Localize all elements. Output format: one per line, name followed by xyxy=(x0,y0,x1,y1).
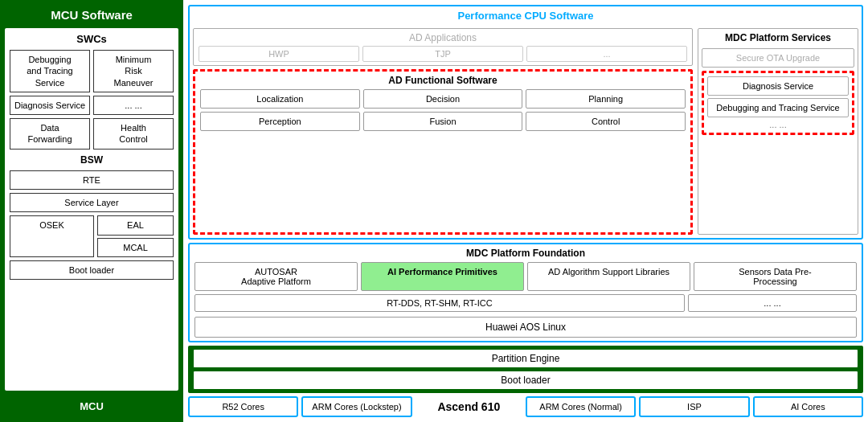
tjp-item: TJP xyxy=(362,46,523,62)
mcu-bottom-label: MCU xyxy=(5,395,178,417)
mdc-dots: ... ... xyxy=(707,120,849,129)
mdc-foundation-row1: AUTOSARAdaptive Platform AI Performance … xyxy=(194,262,857,291)
rt-dds-bar: RT-DDS, RT-SHM, RT-ICC xyxy=(194,294,685,312)
mdc-dashed-services: Diagnosis Service Debugging and Tracing … xyxy=(702,71,854,135)
localization-item: Localization xyxy=(200,89,360,109)
rte-box: RTE xyxy=(10,170,174,190)
r52-cores-box: R52 Cores xyxy=(188,396,298,417)
ai-perf-item: AI Performance Primitives xyxy=(361,262,524,291)
arm-normal-box: ARM Cores (Normal) xyxy=(526,396,636,417)
ad-algo-item: AD Algorithm Support Libraries xyxy=(527,262,690,291)
perception-item: Perception xyxy=(200,112,360,131)
autosar-item: AUTOSARAdaptive Platform xyxy=(194,262,358,291)
swcs-row1: Debuggingand TracingService MinimumRiskM… xyxy=(10,50,174,92)
perf-cpu-outer-box: Performance CPU Software AD Applications… xyxy=(188,5,863,240)
hwp-item: HWP xyxy=(199,46,359,62)
boot-loader-mcu-box: Boot loader xyxy=(10,260,174,280)
ad-apps-title: AD Applications xyxy=(199,32,687,43)
data-forwarding-box: DataForwarding xyxy=(10,118,90,150)
health-control-box: HealthControl xyxy=(93,118,174,150)
ad-applications-box: AD Applications HWP TJP ... xyxy=(193,28,693,66)
mcu-column: MCU Software SWCs Debuggingand TracingSe… xyxy=(0,0,183,422)
minimum-risk-box: MinimumRiskManeuver xyxy=(93,50,174,92)
control-item: Control xyxy=(526,112,686,131)
eal-box: EAL xyxy=(97,215,174,235)
swcs-label: SWCs xyxy=(10,31,174,47)
ad-section: AD Applications HWP TJP ... AD Functiona… xyxy=(193,28,693,235)
debugging-tracing-box: Debuggingand TracingService xyxy=(10,50,90,92)
debug-tracing-service-box: Debugging and Tracing Service xyxy=(707,98,849,117)
diagnosis-service-mcu-box: Diagnosis Service xyxy=(10,96,90,115)
partition-boot-section: Partition Engine Boot loader xyxy=(188,346,863,393)
arm-lockstep-box: ARM Cores (Lockstep) xyxy=(301,396,411,417)
boot-loader-bar: Boot loader xyxy=(193,371,858,390)
swcs-row3: DataForwarding HealthControl xyxy=(10,118,174,150)
mcu-software-title: MCU Software xyxy=(5,5,178,25)
ad-func-row2: Perception Fusion Control xyxy=(200,112,686,131)
ai-cores-box: AI Cores xyxy=(753,396,863,417)
service-layer-box: Service Layer xyxy=(10,193,174,212)
bsw-bottom-row: OSEK EAL MCAL xyxy=(10,215,174,257)
mdc-platform-services-box: MDC Platform Services Secure OTA Upgrade… xyxy=(698,28,858,235)
mdc-platform-services-title: MDC Platform Services xyxy=(702,32,854,43)
secure-ota-box: Secure OTA Upgrade xyxy=(702,48,854,68)
ad-apps-row: HWP TJP ... xyxy=(199,46,687,62)
mcal-box: MCAL xyxy=(97,238,174,257)
isp-box: ISP xyxy=(639,396,749,417)
decision-item: Decision xyxy=(363,89,523,109)
dots-item: ... xyxy=(526,46,687,62)
mdc-foundation-section: MDC Platform Foundation AUTOSARAdaptive … xyxy=(188,243,863,342)
ascend-box: Ascend 610 xyxy=(416,396,522,417)
diagnosis-service-box: Diagnosis Service xyxy=(707,76,849,96)
mdc-foundation-title: MDC Platform Foundation xyxy=(194,248,857,259)
dots-mcu-box: ... ... xyxy=(93,96,174,115)
partition-engine-bar: Partition Engine xyxy=(193,349,858,368)
mdc-found-dots: ... ... xyxy=(688,294,857,312)
main-area: Performance CPU Software AD Applications… xyxy=(183,0,868,422)
sensors-item: Sensors Data Pre-Processing xyxy=(694,262,857,291)
mdc-foundation-row2: RT-DDS, RT-SHM, RT-ICC ... ... xyxy=(194,294,857,314)
osek-box: OSEK xyxy=(10,215,94,257)
mcu-content-area: SWCs Debuggingand TracingService Minimum… xyxy=(5,28,178,391)
ad-func-row1: Localization Decision Planning xyxy=(200,89,686,109)
cores-row: R52 Cores ARM Cores (Lockstep) Ascend 61… xyxy=(188,396,863,417)
huawei-aos-bar: Huawei AOS Linux xyxy=(194,317,857,338)
planning-item: Planning xyxy=(526,89,686,109)
swcs-row2: Diagnosis Service ... ... xyxy=(10,96,174,115)
bsw-label: BSW xyxy=(10,153,174,167)
ad-func-title: AD Functional Software xyxy=(200,75,686,86)
ad-functional-box: AD Functional Software Localization Deci… xyxy=(193,69,693,235)
perf-cpu-title: Performance CPU Software xyxy=(193,10,858,22)
fusion-item: Fusion xyxy=(363,112,523,131)
perf-cpu-inner: AD Applications HWP TJP ... AD Functiona… xyxy=(193,28,858,235)
